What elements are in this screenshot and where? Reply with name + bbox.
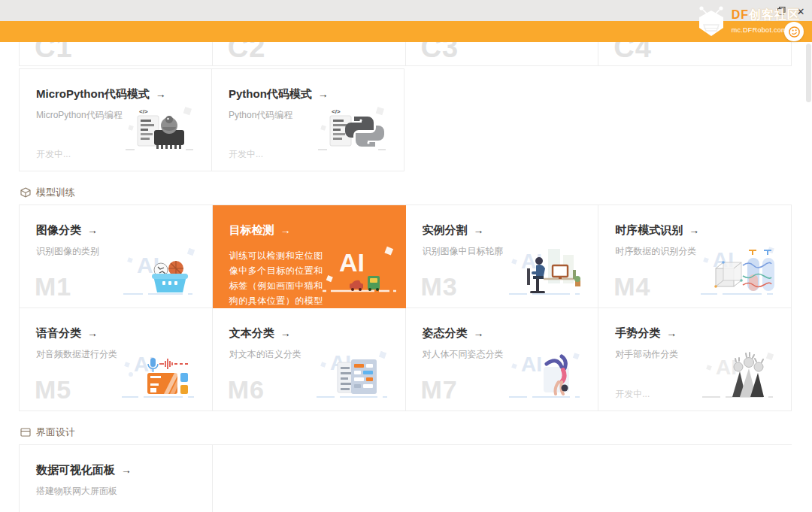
card-watermark: M1 xyxy=(35,272,71,301)
promo-banner[interactable] xyxy=(0,21,812,42)
text-classify-icon: AI xyxy=(308,341,396,404)
vertical-scrollbar[interactable] xyxy=(806,44,811,510)
card-object-detect[interactable]: 目标检测→ 训练可以检测和定位图像中多个目标的位置和标签（例如画面中猫和狗的具体… xyxy=(213,205,406,308)
card-data-visualization[interactable]: 数据可视化面板→ 搭建物联网大屏面板 xyxy=(20,445,213,512)
section-header-model-training: 模型训练 xyxy=(20,186,793,198)
card-title: 文本分类→ xyxy=(229,326,393,341)
card-title: 语音分类→ xyxy=(36,326,200,341)
card-watermark: M7 xyxy=(421,375,458,404)
image-classify-icon: AI xyxy=(114,238,203,301)
hexagon-beehive-logo xyxy=(695,3,727,42)
card-micropython-mode[interactable]: MicroPython代码模式→ MicroPython代码编程 开发中... … xyxy=(19,68,212,171)
object-detect-icon: AI xyxy=(321,238,399,298)
card-image-classify[interactable]: 图像分类→ 识别图像的类别 M1 AI xyxy=(20,205,213,308)
card-watermark: M4 xyxy=(614,272,650,301)
card-title: MicroPython代码模式→ xyxy=(36,87,199,101)
micropython-chip-icon: </> xyxy=(123,103,195,153)
ui-design-grid: 数据可视化面板→ 搭建物联网大屏面板 xyxy=(19,444,792,512)
pose-classify-icon: AI xyxy=(500,341,589,404)
card-watermark: C1 xyxy=(35,42,73,64)
card-gesture-classify[interactable]: 手势分类→ 对手部动作分类 开发中... AI xyxy=(598,308,792,411)
dashboard-panel-icon xyxy=(107,508,189,512)
arrow-right-icon: → xyxy=(280,327,291,339)
card-title: 姿态分类→ xyxy=(423,326,586,341)
card-watermark: C2 xyxy=(228,42,266,64)
model-training-grid: 图像分类→ 识别图像的类别 M1 AI xyxy=(19,204,792,411)
card-c2[interactable]: C2 xyxy=(212,42,406,66)
cube-3d-icon xyxy=(20,187,31,198)
card-text-classify[interactable]: 文本分类→ 对文本的语义分类 M6 AI xyxy=(213,308,406,411)
arrow-right-icon: → xyxy=(318,88,329,100)
dfrobot-community-logo: DF创客社区 mc.DFRobot.com xyxy=(695,3,800,42)
card-python-mode[interactable]: Python代码模式→ Python代码编程 开发中... </> xyxy=(211,68,404,171)
arrow-right-icon: → xyxy=(87,224,98,236)
audio-classify-icon: AI xyxy=(114,341,203,404)
card-c1[interactable]: C1 xyxy=(19,42,213,66)
card-title: 图像分类→ xyxy=(36,223,200,238)
card-pose-classify[interactable]: 姿态分类→ 对人体不同姿态分类 M7 AI xyxy=(406,308,599,411)
window-layout-icon xyxy=(20,427,31,438)
contact-badge-icon[interactable] xyxy=(784,22,804,41)
card-watermark: M3 xyxy=(421,272,458,301)
card-title: 实例分割→ xyxy=(423,223,586,238)
svg-text:AI: AI xyxy=(339,248,365,277)
arrow-right-icon: → xyxy=(280,224,291,236)
card-instance-segment[interactable]: 实例分割→ 识别图像中目标轮廓 M3 AI xyxy=(406,205,599,308)
svg-text:</>: </> xyxy=(332,108,341,115)
section-label: 界面设计 xyxy=(36,426,75,439)
card-title: 数据可视化面板→ xyxy=(36,463,200,477)
svg-text:AI: AI xyxy=(521,353,542,376)
card-c4[interactable]: C4 xyxy=(598,42,792,66)
python-logo-icon: </> xyxy=(315,103,387,153)
card-watermark: C3 xyxy=(421,42,459,64)
timeseries-icon: AI xyxy=(693,238,782,301)
card-title: 目标检测→ xyxy=(229,223,393,238)
card-title: 手势分类→ xyxy=(615,326,779,341)
code-mode-row-partial: C1 C2 C3 C4 xyxy=(19,42,792,66)
section-label: 模型训练 xyxy=(36,186,75,199)
code-mode-row: MicroPython代码模式→ MicroPython代码编程 开发中... … xyxy=(19,68,792,171)
instance-segment-icon: AI xyxy=(500,238,589,301)
card-status: 开发中... xyxy=(615,388,650,401)
arrow-right-icon: → xyxy=(666,327,677,339)
section-header-ui-design: 界面设计 xyxy=(20,426,793,438)
card-c3[interactable]: C3 xyxy=(405,42,599,66)
card-timeseries[interactable]: 时序模式识别→ 时序数据的识别分类 M4 AI xyxy=(598,205,792,308)
arrow-right-icon: → xyxy=(87,327,98,339)
window-title-bar: ✕ xyxy=(0,0,812,21)
card-title: Python代码模式→ xyxy=(229,87,392,101)
card-audio-classify[interactable]: 语音分类→ 对音频数据进行分类 M5 AI xyxy=(20,308,213,411)
card-watermark: C4 xyxy=(614,42,652,64)
card-watermark: M5 xyxy=(35,375,71,404)
brand-title: DF创客社区 xyxy=(732,8,800,21)
home-content: C1 C2 C3 C4 MicroPython代码模式→ MicroPython… xyxy=(0,42,812,512)
arrow-right-icon: → xyxy=(689,224,699,236)
scrollbar-thumb[interactable] xyxy=(806,44,811,102)
card-subtitle: 搭建物联网大屏面板 xyxy=(36,485,200,498)
card-watermark: M6 xyxy=(228,375,265,404)
arrow-right-icon: → xyxy=(121,464,132,476)
arrow-right-icon: → xyxy=(156,88,166,100)
card-title: 时序模式识别→ xyxy=(615,223,779,238)
arrow-right-icon: → xyxy=(474,327,484,339)
card-description: 训练可以检测和定位图像中多个目标的位置和标签（例如画面中猫和狗的具体位置）的模型 xyxy=(229,248,330,308)
card-status: 开发中... xyxy=(36,148,71,161)
arrow-right-icon: → xyxy=(474,224,484,236)
svg-text:</>: </> xyxy=(139,108,148,115)
gesture-classify-icon: AI xyxy=(693,341,782,404)
card-status: 开发中... xyxy=(229,148,263,161)
